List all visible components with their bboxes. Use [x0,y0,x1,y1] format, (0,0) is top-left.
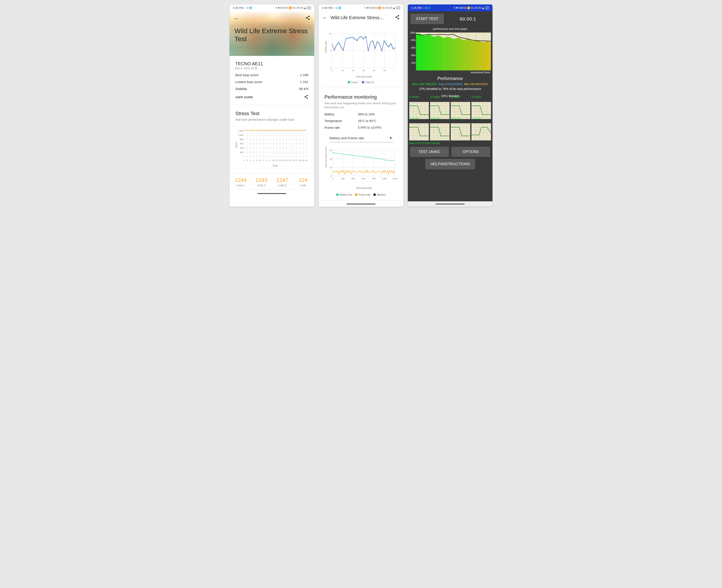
svg-text:10: 10 [330,166,332,169]
svg-text:13: 13 [282,159,285,162]
svg-rect-176 [478,40,480,70]
help-button[interactable]: HELP/INSTRUCTIONS [425,159,475,169]
home-indicator[interactable] [347,204,375,205]
svg-text:14: 14 [286,159,288,162]
low-score-label: Lowest loop score [235,80,262,84]
svg-rect-182 [486,41,487,70]
page-title: Wild Life Extreme Stress Test [234,27,309,43]
svg-text:40: 40 [373,69,375,71]
back-icon[interactable]: ← [233,15,239,22]
share-icon[interactable] [304,94,308,100]
cpu-core-cell: 0.43GHz [409,120,429,141]
cpu-core-cell: 0.75GHz [409,99,429,119]
svg-rect-177 [480,41,481,70]
svg-rect-184 [489,42,490,70]
start-test-button[interactable]: START TEST [411,14,444,24]
svg-rect-174 [476,40,477,70]
cpu-freq-label: 0.75GHz [451,96,460,98]
best-score-val: 1 249 [300,73,308,77]
stress-title: Stress Test [235,111,308,117]
svg-text:20%: 20% [411,62,416,64]
svg-text:1,000: 1,000 [381,177,387,180]
metric-dropdown[interactable]: Battery and Frame rate ▼ [329,134,393,142]
svg-rect-172 [474,41,475,70]
svg-text:80%: 80% [411,39,416,41]
loop-tile[interactable]: 1247Loop 3 [272,174,292,190]
svg-rect-156 [453,39,455,70]
device-card: TECNO AE11 Dec 5, 2024 15:39 Best loop s… [231,57,313,104]
framerate-chart-card: Frame rate 1050 01020 304050 Time (secon [320,25,402,87]
svg-rect-155 [452,39,453,70]
svg-text:600: 600 [362,177,366,180]
svg-rect-183 [487,41,489,70]
loop-tile[interactable]: 1244Loop 1 [231,174,250,190]
svg-text:20: 20 [352,69,354,71]
svg-text:16: 16 [292,159,294,162]
svg-rect-149 [445,38,446,70]
user-guide-link[interactable]: USER GUIDE [235,96,253,99]
svg-text:400: 400 [240,147,243,149]
svg-rect-179 [482,42,483,70]
svg-text:9: 9 [270,159,271,162]
share-icon[interactable] [395,15,400,20]
svg-rect-127 [417,34,419,70]
status-icons-right: ℕ ✱ 25.9 K/s 📶 Vo LTE 5G ◢ [275,6,306,9]
timer: 60:00:1 [446,17,490,22]
svg-text:0: 0 [332,177,333,180]
battery-framerate-chart: Wild Life Extreme Stress Test 3020100 [325,146,397,196]
svg-text:400: 400 [351,177,355,180]
svg-rect-138 [431,36,432,70]
svg-rect-158 [456,38,457,70]
svg-text:10: 10 [329,32,331,35]
svg-point-2 [308,19,310,20]
statusbar: 3:39 PM ⟐ G 🌐 ℕ ✱ 0.00 K/s 📶 Vo LTE 5G ◢… [319,4,403,12]
stress-chart: Score 1,2001,000800 600400200 [235,126,308,169]
stability-val: 99.4% [299,87,308,91]
cpu-core-cell: 0.75GHz [430,99,450,119]
status-time: 3:39 PM [322,6,332,9]
svg-rect-146 [441,37,442,70]
svg-rect-128 [418,34,420,70]
svg-rect-144 [438,36,440,70]
svg-text:4: 4 [253,159,254,162]
hero-banner: ← Wild Life Extreme Stress Test [229,12,314,56]
device-name: TECNO AE11 [235,61,308,66]
svg-rect-140 [433,37,435,70]
svg-text:10: 10 [272,159,275,162]
svg-text:18: 18 [298,159,301,162]
share-icon[interactable] [305,15,310,22]
test-javac-button[interactable]: TEST JAVA/C [410,147,449,157]
svg-text:1,200: 1,200 [392,177,397,180]
loop-tile[interactable]: 1243Loop 2 [252,174,271,190]
cpu-freq-label: 0.75GHz [410,96,419,98]
svg-rect-178 [481,42,482,70]
options-button[interactable]: OPTIONS [451,147,490,157]
svg-text:800: 800 [372,177,376,180]
home-indicator[interactable] [257,193,286,194]
svg-rect-181 [485,42,486,70]
status-icons-right: ℕ ✱ 0.00 K/s 📶 Vo LTE 5G ◢ [364,6,395,9]
status-icons-left: ⟐ G 🌐 [334,6,341,9]
statusbar: 3:39 PM ⟐ G 🌐 ℕ ✱ 25.9 K/s 📶 Vo LTE 5G ◢… [229,4,314,12]
svg-point-4 [305,97,306,98]
loop-tile[interactable]: 124Loop [293,174,313,190]
svg-text:10: 10 [342,69,344,71]
status-icons-left: ⟐ G 🌐 [245,6,252,9]
status-icons-left: ⟐ G 🌐 [423,6,430,9]
svg-text:200: 200 [240,151,243,153]
cpu-freq-label: 0.75GHz [430,96,440,98]
cpu-core-cell: 1.93GHz [471,120,491,141]
svg-rect-126 [416,34,417,70]
home-indicator[interactable] [436,204,465,205]
back-icon[interactable]: ← [322,15,328,21]
status-time: 3:39 PM [233,6,243,9]
svg-text:19: 19 [302,159,304,162]
legend: Battery (%) Frame rate Markers [325,193,397,196]
svg-rect-132 [424,36,425,70]
svg-rect-151 [447,37,449,70]
cpu-max-clock: MAX CPU CLOCK:2.60GHz [408,142,493,145]
svg-text:0: 0 [331,69,332,71]
svg-rect-135 [427,35,429,70]
svg-rect-150 [446,37,447,70]
svg-rect-170 [471,41,472,70]
